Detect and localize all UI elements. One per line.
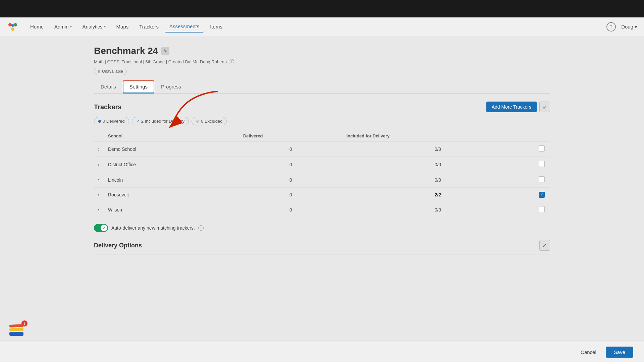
table-header-row: School Delivered Included for Delivery bbox=[94, 131, 550, 141]
auto-deliver-info-icon[interactable]: i bbox=[198, 225, 204, 231]
chip-delivered-dot-icon bbox=[98, 120, 101, 123]
nav-item-analytics[interactable]: Analytics ▾ bbox=[78, 21, 110, 32]
delivery-options-title: Delivery Options bbox=[94, 242, 142, 249]
admin-chevron-icon: ▾ bbox=[70, 25, 72, 28]
included-cell: 0/0 bbox=[342, 141, 533, 157]
notification-icon[interactable]: 5 bbox=[9, 322, 26, 339]
chip-delivered[interactable]: 0 Delivered bbox=[94, 117, 129, 125]
nav-item-home-label: Home bbox=[30, 24, 44, 29]
nav-item-maps-label: Maps bbox=[116, 24, 129, 29]
save-button[interactable]: Save bbox=[606, 347, 633, 358]
checkbox-cell[interactable] bbox=[533, 157, 550, 172]
included-cell: 2/2 bbox=[342, 188, 533, 202]
row-checkbox[interactable]: ✓ bbox=[539, 192, 545, 198]
checkbox-cell[interactable] bbox=[533, 141, 550, 157]
row-expand-icon[interactable]: › bbox=[94, 202, 104, 218]
nav-right: ? Doug ▾ bbox=[606, 22, 637, 32]
school-name-cell: District Office bbox=[104, 157, 239, 172]
nav-item-trackers[interactable]: Trackers bbox=[135, 21, 163, 32]
nav-items: Home Admin ▾ Analytics ▾ Maps Trackers A… bbox=[25, 21, 606, 33]
row-expand-icon[interactable]: › bbox=[94, 141, 104, 157]
help-icon: ? bbox=[610, 24, 612, 29]
delivered-cell: 0 bbox=[239, 202, 342, 218]
checkbox-cell[interactable] bbox=[533, 172, 550, 188]
chip-excluded[interactable]: ⊘ 0 Excluded bbox=[192, 117, 227, 125]
table-row: › District Office 0 0/0 bbox=[94, 157, 550, 172]
included-cell: 0/0 bbox=[342, 202, 533, 218]
row-expand-icon[interactable]: › bbox=[94, 157, 104, 172]
school-name-cell: Lincoln bbox=[104, 172, 239, 188]
chip-included[interactable]: ✓ 2 Included for Delivery bbox=[132, 117, 189, 125]
nav-item-home[interactable]: Home bbox=[25, 21, 48, 32]
row-expand-icon[interactable]: › bbox=[94, 172, 104, 188]
main-content: Benchmark 24 ✎ Math | CCSS: Traditional … bbox=[0, 36, 644, 362]
chip-excluded-x-icon: ⊘ bbox=[196, 119, 199, 124]
svg-point-2 bbox=[11, 27, 14, 31]
nav-logo[interactable] bbox=[7, 21, 19, 33]
tab-details[interactable]: Details bbox=[94, 80, 123, 94]
delivered-cell: 0 bbox=[239, 172, 342, 188]
page-title-row: Benchmark 24 ✎ bbox=[94, 46, 550, 56]
table-row: › Lincoln 0 0/0 bbox=[94, 172, 550, 188]
tab-progress-label: Progress bbox=[161, 84, 181, 89]
help-button[interactable]: ? bbox=[606, 22, 616, 32]
edit-title-button[interactable]: ✎ bbox=[161, 47, 169, 55]
nav-item-items-label: Items bbox=[210, 24, 222, 29]
expand-icon: ⤢ bbox=[543, 104, 547, 110]
chip-excluded-label: 0 Excluded bbox=[201, 119, 222, 124]
delivery-options-expand-icon[interactable]: ⤢ bbox=[539, 240, 550, 251]
school-name-cell: Demo School bbox=[104, 141, 239, 157]
top-bar bbox=[0, 0, 644, 17]
delivery-options-section: Delivery Options ⤢ bbox=[94, 240, 550, 254]
trackers-expand-icon[interactable]: ⤢ bbox=[539, 102, 550, 112]
trackers-section-title: Trackers bbox=[94, 103, 121, 111]
tab-settings[interactable]: Settings bbox=[123, 80, 154, 94]
status-dot-icon bbox=[98, 70, 100, 73]
nav-item-assessments-label: Assessments bbox=[169, 23, 199, 29]
tab-progress[interactable]: Progress bbox=[154, 80, 188, 94]
cancel-button[interactable]: Cancel bbox=[575, 347, 602, 358]
user-menu[interactable]: Doug ▾ bbox=[621, 24, 637, 30]
status-badge[interactable]: Unavailable bbox=[94, 68, 127, 75]
bottom-bar: Cancel Save bbox=[0, 342, 644, 362]
row-checkbox[interactable] bbox=[539, 206, 545, 212]
nav-item-maps[interactable]: Maps bbox=[112, 21, 133, 32]
included-cell: 0/0 bbox=[342, 157, 533, 172]
school-name-cell: Wilson bbox=[104, 202, 239, 218]
tab-details-label: Details bbox=[101, 84, 116, 89]
delivered-cell: 0 bbox=[239, 188, 342, 202]
table-row: › Demo School 0 0/0 bbox=[94, 141, 550, 157]
tabs-row: Details Settings Progress bbox=[94, 80, 550, 94]
notification-stack[interactable]: 5 bbox=[9, 322, 26, 339]
row-expand-icon[interactable]: › bbox=[94, 188, 104, 202]
row-checkbox[interactable] bbox=[539, 176, 545, 182]
row-checkbox[interactable] bbox=[539, 161, 545, 167]
auto-deliver-toggle[interactable]: ✓ bbox=[94, 224, 108, 232]
included-cell: 0/0 bbox=[342, 172, 533, 188]
status-label: Unavailable bbox=[102, 69, 123, 74]
analytics-chevron-icon: ▾ bbox=[104, 25, 106, 28]
delivered-cell: 0 bbox=[239, 141, 342, 157]
svg-point-1 bbox=[14, 23, 17, 26]
trackers-section-header: Trackers Add More Trackers ⤢ bbox=[94, 102, 550, 112]
nav-item-admin[interactable]: Admin ▾ bbox=[50, 21, 76, 32]
page-title: Benchmark 24 bbox=[94, 46, 158, 56]
user-chevron-icon: ▾ bbox=[635, 24, 637, 30]
subtitle-info-icon[interactable]: i bbox=[229, 59, 234, 64]
checkbox-cell[interactable] bbox=[533, 202, 550, 218]
filter-chips: 0 Delivered ✓ 2 Included for Delivery ⊘ … bbox=[94, 117, 550, 125]
tab-settings-label: Settings bbox=[129, 84, 148, 89]
svg-point-3 bbox=[11, 24, 14, 27]
nav-item-items[interactable]: Items bbox=[205, 21, 227, 32]
checkbox-cell[interactable]: ✓ bbox=[533, 188, 550, 202]
add-more-trackers-button[interactable]: Add More Trackers bbox=[486, 102, 537, 112]
page-subtitle: Math | CCSS: Traditional | 6th Grade | C… bbox=[94, 59, 550, 64]
nav-item-admin-label: Admin bbox=[54, 24, 69, 29]
subtitle-text: Math | CCSS: Traditional | 6th Grade | C… bbox=[94, 59, 227, 64]
nav-item-assessments[interactable]: Assessments bbox=[165, 21, 204, 33]
table-row: › Wilson 0 0/0 bbox=[94, 202, 550, 218]
user-name: Doug bbox=[621, 24, 633, 29]
row-checkbox[interactable] bbox=[539, 145, 545, 152]
svg-point-0 bbox=[8, 23, 12, 26]
nav-item-trackers-label: Trackers bbox=[139, 24, 159, 29]
